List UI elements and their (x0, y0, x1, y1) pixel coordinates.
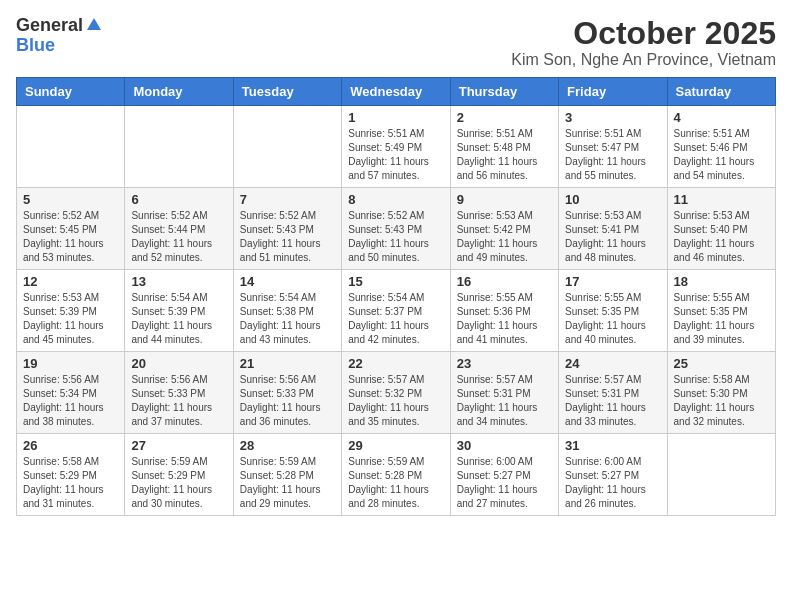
header: General Blue October 2025 Kim Son, Nghe … (16, 16, 776, 69)
logo-general: General (16, 16, 83, 36)
day-info: Sunrise: 6:00 AM Sunset: 5:27 PM Dayligh… (457, 455, 552, 511)
day-number: 3 (565, 110, 660, 125)
calendar-cell-4-3: 21Sunrise: 5:56 AM Sunset: 5:33 PM Dayli… (233, 352, 341, 434)
calendar-cell-2-6: 10Sunrise: 5:53 AM Sunset: 5:41 PM Dayli… (559, 188, 667, 270)
day-info: Sunrise: 5:59 AM Sunset: 5:28 PM Dayligh… (240, 455, 335, 511)
day-number: 26 (23, 438, 118, 453)
day-info: Sunrise: 5:55 AM Sunset: 5:35 PM Dayligh… (565, 291, 660, 347)
day-info: Sunrise: 5:55 AM Sunset: 5:35 PM Dayligh… (674, 291, 769, 347)
calendar-cell-4-4: 22Sunrise: 5:57 AM Sunset: 5:32 PM Dayli… (342, 352, 450, 434)
day-number: 1 (348, 110, 443, 125)
header-thursday: Thursday (450, 78, 558, 106)
day-number: 31 (565, 438, 660, 453)
day-number: 20 (131, 356, 226, 371)
calendar-cell-3-2: 13Sunrise: 5:54 AM Sunset: 5:39 PM Dayli… (125, 270, 233, 352)
day-info: Sunrise: 5:59 AM Sunset: 5:29 PM Dayligh… (131, 455, 226, 511)
day-info: Sunrise: 5:52 AM Sunset: 5:44 PM Dayligh… (131, 209, 226, 265)
calendar-header-row: Sunday Monday Tuesday Wednesday Thursday… (17, 78, 776, 106)
day-number: 2 (457, 110, 552, 125)
location-title: Kim Son, Nghe An Province, Vietnam (511, 51, 776, 69)
day-info: Sunrise: 5:51 AM Sunset: 5:47 PM Dayligh… (565, 127, 660, 183)
day-number: 29 (348, 438, 443, 453)
day-info: Sunrise: 5:51 AM Sunset: 5:49 PM Dayligh… (348, 127, 443, 183)
header-friday: Friday (559, 78, 667, 106)
calendar-cell-3-6: 17Sunrise: 5:55 AM Sunset: 5:35 PM Dayli… (559, 270, 667, 352)
day-number: 14 (240, 274, 335, 289)
day-info: Sunrise: 5:54 AM Sunset: 5:37 PM Dayligh… (348, 291, 443, 347)
day-number: 28 (240, 438, 335, 453)
day-info: Sunrise: 5:54 AM Sunset: 5:39 PM Dayligh… (131, 291, 226, 347)
calendar-cell-2-7: 11Sunrise: 5:53 AM Sunset: 5:40 PM Dayli… (667, 188, 775, 270)
calendar-cell-4-6: 24Sunrise: 5:57 AM Sunset: 5:31 PM Dayli… (559, 352, 667, 434)
calendar-week-2: 5Sunrise: 5:52 AM Sunset: 5:45 PM Daylig… (17, 188, 776, 270)
day-info: Sunrise: 5:58 AM Sunset: 5:29 PM Dayligh… (23, 455, 118, 511)
day-number: 24 (565, 356, 660, 371)
day-number: 18 (674, 274, 769, 289)
day-info: Sunrise: 5:57 AM Sunset: 5:32 PM Dayligh… (348, 373, 443, 429)
title-section: October 2025 Kim Son, Nghe An Province, … (511, 16, 776, 69)
calendar-cell-1-2 (125, 106, 233, 188)
day-info: Sunrise: 5:56 AM Sunset: 5:33 PM Dayligh… (131, 373, 226, 429)
day-number: 11 (674, 192, 769, 207)
calendar-week-1: 1Sunrise: 5:51 AM Sunset: 5:49 PM Daylig… (17, 106, 776, 188)
calendar-cell-1-3 (233, 106, 341, 188)
calendar-cell-1-7: 4Sunrise: 5:51 AM Sunset: 5:46 PM Daylig… (667, 106, 775, 188)
calendar-cell-5-7 (667, 434, 775, 516)
day-number: 12 (23, 274, 118, 289)
day-info: Sunrise: 5:57 AM Sunset: 5:31 PM Dayligh… (457, 373, 552, 429)
day-info: Sunrise: 6:00 AM Sunset: 5:27 PM Dayligh… (565, 455, 660, 511)
calendar-cell-4-7: 25Sunrise: 5:58 AM Sunset: 5:30 PM Dayli… (667, 352, 775, 434)
day-number: 25 (674, 356, 769, 371)
calendar: Sunday Monday Tuesday Wednesday Thursday… (16, 77, 776, 516)
day-number: 5 (23, 192, 118, 207)
calendar-cell-5-4: 29Sunrise: 5:59 AM Sunset: 5:28 PM Dayli… (342, 434, 450, 516)
day-number: 19 (23, 356, 118, 371)
day-number: 17 (565, 274, 660, 289)
calendar-cell-3-1: 12Sunrise: 5:53 AM Sunset: 5:39 PM Dayli… (17, 270, 125, 352)
header-sunday: Sunday (17, 78, 125, 106)
day-number: 4 (674, 110, 769, 125)
calendar-cell-3-4: 15Sunrise: 5:54 AM Sunset: 5:37 PM Dayli… (342, 270, 450, 352)
day-info: Sunrise: 5:51 AM Sunset: 5:46 PM Dayligh… (674, 127, 769, 183)
day-info: Sunrise: 5:53 AM Sunset: 5:42 PM Dayligh… (457, 209, 552, 265)
header-wednesday: Wednesday (342, 78, 450, 106)
calendar-cell-5-1: 26Sunrise: 5:58 AM Sunset: 5:29 PM Dayli… (17, 434, 125, 516)
logo-icon (85, 16, 103, 34)
day-number: 6 (131, 192, 226, 207)
day-number: 21 (240, 356, 335, 371)
logo-blue: Blue (16, 35, 55, 55)
day-info: Sunrise: 5:55 AM Sunset: 5:36 PM Dayligh… (457, 291, 552, 347)
day-number: 27 (131, 438, 226, 453)
calendar-cell-2-2: 6Sunrise: 5:52 AM Sunset: 5:44 PM Daylig… (125, 188, 233, 270)
logo: General Blue (16, 16, 103, 56)
calendar-cell-2-4: 8Sunrise: 5:52 AM Sunset: 5:43 PM Daylig… (342, 188, 450, 270)
calendar-cell-1-1 (17, 106, 125, 188)
day-number: 22 (348, 356, 443, 371)
day-number: 8 (348, 192, 443, 207)
calendar-cell-1-6: 3Sunrise: 5:51 AM Sunset: 5:47 PM Daylig… (559, 106, 667, 188)
day-info: Sunrise: 5:58 AM Sunset: 5:30 PM Dayligh… (674, 373, 769, 429)
header-monday: Monday (125, 78, 233, 106)
calendar-cell-5-2: 27Sunrise: 5:59 AM Sunset: 5:29 PM Dayli… (125, 434, 233, 516)
day-info: Sunrise: 5:54 AM Sunset: 5:38 PM Dayligh… (240, 291, 335, 347)
calendar-cell-1-5: 2Sunrise: 5:51 AM Sunset: 5:48 PM Daylig… (450, 106, 558, 188)
calendar-week-4: 19Sunrise: 5:56 AM Sunset: 5:34 PM Dayli… (17, 352, 776, 434)
day-info: Sunrise: 5:53 AM Sunset: 5:41 PM Dayligh… (565, 209, 660, 265)
calendar-week-5: 26Sunrise: 5:58 AM Sunset: 5:29 PM Dayli… (17, 434, 776, 516)
day-number: 13 (131, 274, 226, 289)
day-info: Sunrise: 5:51 AM Sunset: 5:48 PM Dayligh… (457, 127, 552, 183)
day-info: Sunrise: 5:57 AM Sunset: 5:31 PM Dayligh… (565, 373, 660, 429)
day-number: 10 (565, 192, 660, 207)
day-number: 15 (348, 274, 443, 289)
calendar-cell-1-4: 1Sunrise: 5:51 AM Sunset: 5:49 PM Daylig… (342, 106, 450, 188)
calendar-cell-5-5: 30Sunrise: 6:00 AM Sunset: 5:27 PM Dayli… (450, 434, 558, 516)
day-info: Sunrise: 5:56 AM Sunset: 5:34 PM Dayligh… (23, 373, 118, 429)
svg-marker-0 (87, 18, 101, 30)
day-info: Sunrise: 5:52 AM Sunset: 5:45 PM Dayligh… (23, 209, 118, 265)
day-info: Sunrise: 5:59 AM Sunset: 5:28 PM Dayligh… (348, 455, 443, 511)
calendar-week-3: 12Sunrise: 5:53 AM Sunset: 5:39 PM Dayli… (17, 270, 776, 352)
day-info: Sunrise: 5:52 AM Sunset: 5:43 PM Dayligh… (240, 209, 335, 265)
header-tuesday: Tuesday (233, 78, 341, 106)
day-info: Sunrise: 5:56 AM Sunset: 5:33 PM Dayligh… (240, 373, 335, 429)
calendar-cell-4-1: 19Sunrise: 5:56 AM Sunset: 5:34 PM Dayli… (17, 352, 125, 434)
